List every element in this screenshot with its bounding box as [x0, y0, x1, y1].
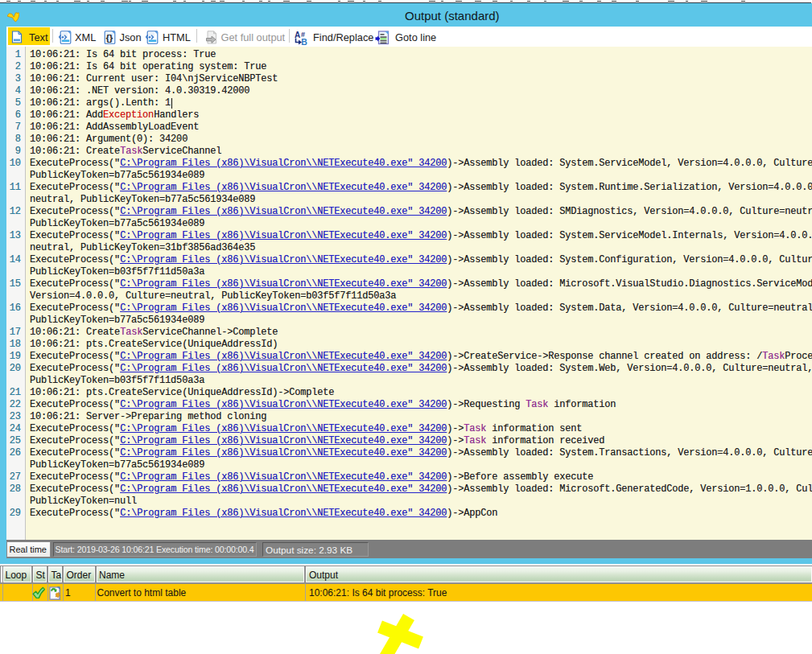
- svg-text:B: B: [301, 37, 307, 46]
- svg-text:A: A: [295, 31, 300, 39]
- svg-text:{}: {}: [105, 32, 113, 42]
